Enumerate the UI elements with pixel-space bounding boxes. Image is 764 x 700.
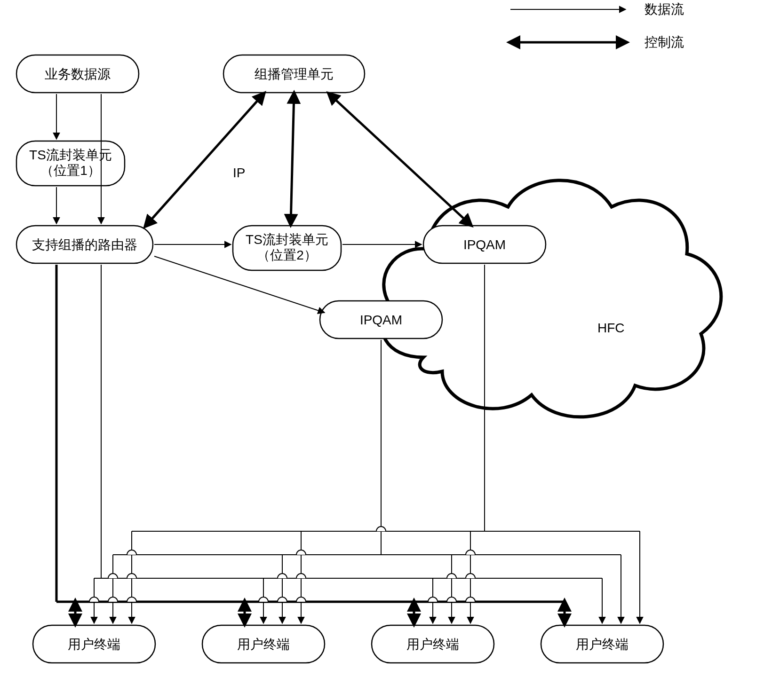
legend-data-flow: 数据流 — [645, 2, 684, 16]
edge-mcast-router — [146, 94, 263, 226]
diagram-canvas: 数据流 控制流 HFC 业务数据源 组播管理单元 TS流封装单元 （位置1） 支… — [0, 0, 764, 700]
node-ipqam-1-label: IPQAM — [463, 237, 506, 252]
node-terminal-3-label: 用户终端 — [406, 637, 459, 652]
legend: 数据流 控制流 — [510, 2, 684, 49]
node-ts-unit-2-label-1: TS流封装单元 — [246, 232, 328, 247]
node-terminal-1-label: 用户终端 — [68, 637, 120, 652]
node-source-label: 业务数据源 — [45, 67, 111, 81]
node-terminal-4-label: 用户终端 — [576, 637, 629, 652]
node-ts-unit-1-label-1: TS流封装单元 — [29, 148, 112, 162]
node-router-label: 支持组播的路由器 — [32, 237, 137, 252]
hfc-label: HFC — [597, 321, 625, 335]
node-ts-unit-1-label-2: （位置1） — [40, 163, 101, 178]
node-mcast-mgr-label: 组播管理单元 — [255, 67, 334, 81]
hfc-cloud — [382, 181, 721, 417]
edge-mcast-ipqam1 — [329, 94, 470, 225]
node-ts-unit-2-label-2: （位置2） — [257, 248, 317, 262]
legend-control-flow: 控制流 — [645, 35, 684, 49]
edge-mcast-ts2 — [291, 94, 294, 224]
node-ipqam-2-label: IPQAM — [360, 313, 402, 327]
ip-label: IP — [233, 165, 245, 180]
node-terminal-2-label: 用户终端 — [237, 637, 290, 652]
